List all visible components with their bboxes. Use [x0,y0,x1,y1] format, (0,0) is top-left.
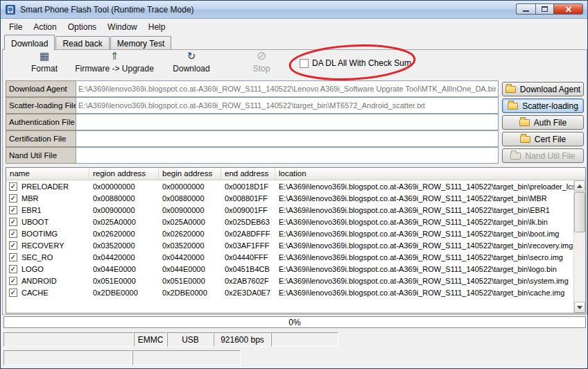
app-icon [5,4,16,15]
da-checksum-checkbox[interactable] [300,59,309,68]
location-cell: E:\A369i\lenovo369i.blogspot.co.at-A369i… [275,218,573,226]
begin-address-cell: 0x00880000 [159,194,221,203]
location-cell: E:\A369i\lenovo369i.blogspot.co.at-A369i… [275,194,573,203]
tab-download[interactable]: Download [4,35,55,50]
table-body: ✓ PRELOADER 0x00000000 0x00000000 0x0001… [6,180,573,313]
scroll-up-button[interactable] [574,180,585,191]
menu-item-file[interactable]: File [3,21,28,33]
auth-file-button[interactable]: Auth File [502,115,584,130]
cert-file-button[interactable]: Cert File [502,132,584,146]
begin-address-cell: 0x04420000 [159,253,221,261]
table-row[interactable]: ✓ MBR 0x00880000 0x00880000 0x008801FF E… [6,192,573,204]
firmware-upgrade-button[interactable]: ⇑ Firmware -> Upgrade [70,50,159,79]
nand-util-file-button-label: Nand Util File [525,151,575,161]
partition-name: EBR1 [21,206,42,214]
close-button[interactable] [554,3,583,15]
partition-name: RECOVERY [21,241,64,250]
region-address-cell: 0x02620000 [89,230,159,238]
row-checkbox[interactable]: ✓ [9,277,17,285]
row-checkbox[interactable]: ✓ [9,206,17,214]
progress-bar: 0% [3,316,586,328]
firmware-upgrade-label: Firmware -> Upgrade [75,64,154,74]
row-checkbox[interactable]: ✓ [9,230,17,238]
table-row[interactable]: ✓ LOGO 0x044E0000 0x044E0000 0x0451B4CB … [6,263,573,275]
menu-item-help[interactable]: Help [143,21,171,33]
column-header-region-address[interactable]: region address [89,168,159,180]
maximize-button[interactable] [535,3,554,15]
column-header-location[interactable]: location [275,168,585,180]
location-cell: E:\A369i\lenovo369i.blogspot.co.at-A369i… [275,182,573,191]
end-address-cell: 0x04440FFF [221,253,275,261]
row-checkbox[interactable]: ✓ [9,218,17,226]
end-address-cell: 0x008801FF [221,194,275,203]
table-row[interactable]: ✓ SEC_RO 0x04420000 0x04420000 0x04440FF… [6,251,573,263]
app-window: Smart Phone Flash Tool (Runtime Trace Mo… [0,0,588,369]
authentication-input[interactable] [76,114,499,130]
certification-input[interactable] [76,130,499,147]
partition-name: SEC_RO [21,253,53,261]
download-agent-button-label: Download Agent [520,85,580,94]
tab-read-back[interactable]: Read back [55,36,109,49]
title-bar[interactable]: Smart Phone Flash Tool (Runtime Trace Mo… [1,1,587,19]
nand-util-input[interactable] [76,147,499,164]
format-icon: ▦ [40,50,49,62]
begin-address-cell: 0x00900000 [159,206,221,214]
menu-item-options[interactable]: Options [62,21,102,33]
format-button[interactable]: ▦ Format [20,50,69,79]
field-label-certification: Certification File [6,130,76,147]
partition-name: ANDROID [21,277,57,285]
table-row[interactable]: ✓ RECOVERY 0x03520000 0x03520000 0x03AF1… [6,239,573,251]
column-header-name[interactable]: name [6,168,89,180]
status-connection: USB [167,332,214,347]
partition-name: CACHE [21,289,49,297]
tab-memory-test[interactable]: Memory Test [110,36,171,49]
minimize-button[interactable] [516,3,535,15]
field-label-download-agent: Download Agent [6,80,76,97]
region-address-cell: 0x03520000 [89,241,159,250]
download-agent-button[interactable]: Download Agent [502,82,584,96]
scroll-down-button[interactable] [574,302,585,313]
region-address-cell: 0x2DBE0000 [89,289,159,297]
end-address-cell: 0x2AB7602F [221,277,275,285]
row-checkbox[interactable]: ✓ [9,182,17,191]
row-checkbox[interactable]: ✓ [9,253,17,261]
location-cell: E:\A369i\lenovo369i.blogspot.co.at-A369i… [275,230,573,238]
row-checkbox[interactable]: ✓ [9,265,17,273]
begin-address-cell: 0x2DBE0000 [159,289,221,297]
stop-button[interactable]: ⊘ Stop [240,50,283,79]
arrow-down-icon [577,306,582,309]
location-cell: E:\A369i\lenovo369i.blogspot.co.at-A369i… [275,241,573,250]
table-row[interactable]: ✓ CACHE 0x2DBE0000 0x2DBE0000 0x2E3DA0E7… [6,286,573,298]
scroll-thumb[interactable] [574,192,585,232]
menu-item-action[interactable]: Action [28,21,62,33]
end-address-cell: 0x2E3DA0E7 [221,289,275,297]
field-label-nand-util: Nand Util File [6,147,76,164]
partition-name: PRELOADER [21,182,69,191]
end-address-cell: 0x025DEB63 [221,218,275,226]
table-row[interactable]: ✓ EBR1 0x00900000 0x00900000 0x009001FF … [6,204,573,216]
table-row[interactable]: ✓ PRELOADER 0x00000000 0x00000000 0x0001… [6,180,573,192]
table-row[interactable]: ✓ BOOTIMG 0x02620000 0x02620000 0x02A8DF… [6,228,573,239]
download-agent-input[interactable] [76,80,499,97]
row-checkbox[interactable]: ✓ [9,194,17,203]
close-icon [565,6,572,12]
scatter-file-input[interactable] [76,97,499,114]
menu-item-window[interactable]: Window [102,21,143,33]
table-row[interactable]: ✓ ANDROID 0x051E0000 0x051E0000 0x2AB760… [6,275,573,286]
download-icon: ↻ [187,50,196,62]
nand-util-file-button[interactable]: Nand Util File [502,148,584,163]
column-header-end-address[interactable]: end address [221,168,275,180]
partition-name: LOGO [21,265,44,273]
scatter-loading-button[interactable]: Scatter-loading [502,98,584,113]
field-label-authentication: Authentication File [6,114,76,130]
status-storage-type: EMMC [134,332,167,347]
row-checkbox[interactable]: ✓ [9,289,17,297]
status-cell-extra [271,332,338,347]
begin-address-cell: 0x00000000 [159,182,221,191]
status-baud-rate: 921600 bps [214,332,271,347]
column-header-begin-address[interactable]: begin address [159,168,221,180]
row-checkbox[interactable]: ✓ [9,241,17,250]
table-row[interactable]: ✓ UBOOT 0x025A0000 0x025A0000 0x025DEB63… [6,216,573,228]
table-scrollbar[interactable] [573,180,585,313]
download-button[interactable]: ↻ Download [167,50,216,79]
